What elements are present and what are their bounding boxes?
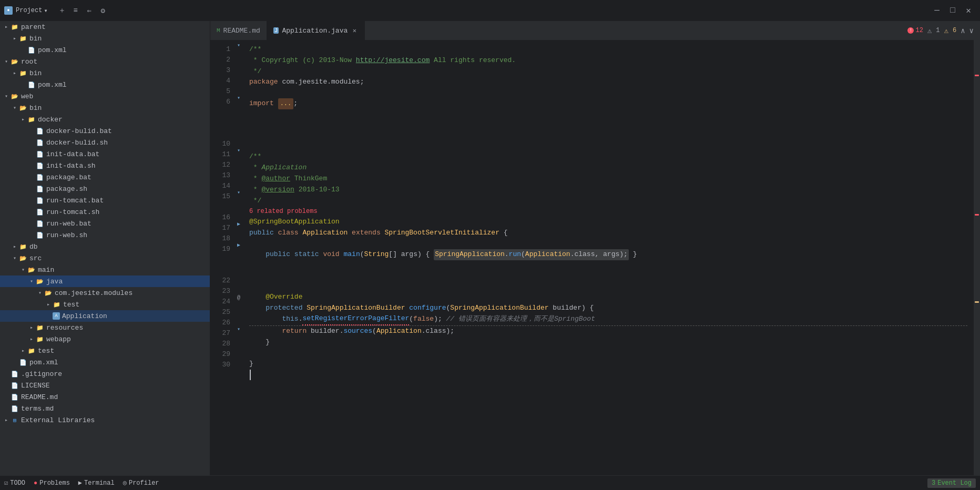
status-terminal[interactable]: ▶ Terminal <box>78 479 115 487</box>
tree-item-package-sh[interactable]: 📄 package.sh <box>0 183 210 195</box>
tree-item-docker[interactable]: ▸ 📁 docker <box>0 114 210 125</box>
code-line-25: this.setRegisterErrorPageFilter(false); … <box>249 313 967 326</box>
tree-item-test[interactable]: ▸ 📁 test <box>0 299 210 310</box>
label-test-src: test <box>38 347 54 355</box>
tree-item-external-libs[interactable]: ▸ ⊞ External Libraries <box>0 414 210 426</box>
close-btn[interactable]: ✕ <box>961 3 976 18</box>
label-webapp: webapp <box>46 335 71 343</box>
maximize-btn[interactable]: □ <box>945 3 960 18</box>
scroll-down[interactable]: ∨ <box>969 26 974 35</box>
tree-item-application[interactable]: A Application <box>0 310 210 322</box>
right-scrollbar[interactable] <box>974 40 980 475</box>
tab-application[interactable]: J Application.java ✕ <box>267 21 365 40</box>
fold-15[interactable]: ▾ <box>234 187 243 198</box>
tree-item-java[interactable]: ▾ 📂 java <box>0 275 210 287</box>
fold-1[interactable]: ▾ <box>234 40 243 50</box>
tab-readme[interactable]: M README.md <box>210 21 267 40</box>
warn-mark-1 <box>975 301 979 303</box>
code-line-2: * Copyright (c) 2013-Now http://jeesite.… <box>249 55 967 66</box>
add-btn[interactable]: ＋ <box>56 5 68 16</box>
fold-17[interactable]: ▶ <box>234 219 243 229</box>
tree-item-package-bat[interactable]: 📄 package.bat <box>0 171 210 183</box>
label-web-bin: bin <box>29 104 42 112</box>
tree-item-init-data-sh[interactable]: 📄 init-data.sh <box>0 160 210 171</box>
main-layout: ▸ 📁 parent ▸ 📁 bin 📄 pom.xml ▾ 📂 root <box>0 21 980 475</box>
tab-close-application[interactable]: ✕ <box>351 27 358 34</box>
fold-19[interactable]: ▶ <box>234 240 243 250</box>
tree-item-run-tomcat-bat[interactable]: 📄 run-tomcat.bat <box>0 195 210 206</box>
error-count-badge: ! 12 <box>907 27 923 34</box>
label-terms: terms.md <box>21 405 54 413</box>
line-numbers: 1 2 3 4 5 6 10 11 12 13 14 15 16 <box>210 40 234 475</box>
list-btn[interactable]: ≡ <box>70 5 81 16</box>
err-mark-1 <box>975 75 979 76</box>
tree-item-license[interactable]: 📄 LICENSE <box>0 380 210 391</box>
fold-11[interactable]: ▾ <box>234 145 243 156</box>
tree-item-gitignore[interactable]: 📄 .gitignore <box>0 368 210 380</box>
project-dropdown[interactable]: Project ▾ <box>16 7 48 15</box>
code-line-23: @Override <box>249 292 967 303</box>
code-line-3: */ <box>249 66 967 77</box>
window-controls: — □ ✕ <box>930 3 976 18</box>
code-line-10 <box>249 141 967 151</box>
code-line-21 <box>249 271 967 281</box>
arrow-java: ▾ <box>27 278 36 284</box>
bat-icon-init-data: 📄 <box>36 150 44 158</box>
fold-27[interactable]: ▾ <box>234 324 243 334</box>
tree-item-web-src-main[interactable]: ▾ 📂 main <box>0 264 210 275</box>
folder-icon-com-jeesite: 📂 <box>44 289 53 297</box>
bat-icon-package: 📄 <box>36 173 44 181</box>
tree-item-terms[interactable]: 📄 terms.md <box>0 403 210 414</box>
tree-item-parent-pom[interactable]: 📄 pom.xml <box>0 44 210 56</box>
tree-item-web-pom[interactable]: 📄 pom.xml <box>0 356 210 368</box>
label-resources: resources <box>46 324 83 332</box>
status-problems[interactable]: ● Problems <box>34 479 70 487</box>
tree-item-run-web-bat[interactable]: 📄 run-web.bat <box>0 218 210 229</box>
event-log-count: 3 <box>932 479 935 487</box>
status-bar: ☑ ☑ TODO TODO ● Problems ▶ Terminal ◎ Pr… <box>0 475 980 490</box>
label-root: root <box>21 58 37 66</box>
code-line-22 <box>249 281 967 292</box>
code-content-area[interactable]: /** * Copyright (c) 2013-Now http://jees… <box>243 40 974 475</box>
icon-license: 📄 <box>11 381 19 390</box>
todo-checkbox-icon: ☑ <box>4 479 8 487</box>
tree-item-run-web-sh[interactable]: 📄 run-web.sh <box>0 229 210 241</box>
tree-item-parent-bin[interactable]: ▸ 📁 bin <box>0 33 210 44</box>
code-line-5 <box>249 88 967 98</box>
collapse-btn[interactable]: ⇐ <box>84 5 95 16</box>
folder-icon-java: 📂 <box>36 277 44 285</box>
code-line-18 <box>249 239 967 249</box>
tree-item-parent[interactable]: ▸ 📁 parent <box>0 21 210 33</box>
tree-item-docker-bulid-sh[interactable]: 📄 docker-bulid.sh <box>0 137 210 148</box>
tree-item-web-src[interactable]: ▾ 📂 src <box>0 252 210 264</box>
status-todo[interactable]: ☑ ☑ TODO TODO <box>4 479 25 487</box>
folder-icon-web-bin: 📂 <box>19 104 27 112</box>
tree-item-run-tomcat-sh[interactable]: 📄 run-tomcat.sh <box>0 206 210 218</box>
fold-6[interactable]: ▾ <box>234 93 243 103</box>
tree-item-readme[interactable]: 📄 README.md <box>0 391 210 403</box>
label-init-data-bat: init-data.bat <box>46 150 99 158</box>
tree-item-web-bin[interactable]: ▾ 📂 bin <box>0 102 210 114</box>
sh-icon-package: 📄 <box>36 185 44 193</box>
project-icon: ● <box>4 6 13 15</box>
label-root-bin: bin <box>29 69 42 77</box>
label-init-data-sh: init-data.sh <box>46 162 96 170</box>
minimize-btn[interactable]: — <box>930 3 944 18</box>
tree-item-root-pom[interactable]: 📄 pom.xml <box>0 79 210 90</box>
status-profiler[interactable]: ◎ Profiler <box>123 479 159 487</box>
tree-item-root[interactable]: ▾ 📂 root <box>0 56 210 67</box>
tree-item-webapp[interactable]: ▸ 📁 webapp <box>0 333 210 345</box>
tree-item-init-data-bat[interactable]: 📄 init-data.bat <box>0 148 210 160</box>
scroll-up[interactable]: ∧ <box>961 26 965 35</box>
code-editor[interactable]: 1 2 3 4 5 6 10 11 12 13 14 15 16 <box>210 40 980 475</box>
problems-indicator: 6 related problems <box>249 207 318 217</box>
tree-item-test-src[interactable]: ▸ 📁 test <box>0 345 210 356</box>
status-event-log[interactable]: 3 Event Log <box>927 478 976 488</box>
tree-item-web-db[interactable]: ▸ 📁 db <box>0 241 210 252</box>
tree-item-com-jeesite[interactable]: ▾ 📂 com.jeesite.modules <box>0 287 210 299</box>
tree-item-docker-bulid-bat[interactable]: 📄 docker-bulid.bat <box>0 125 210 137</box>
tree-item-web[interactable]: ▾ 📂 web <box>0 90 210 102</box>
tree-item-resources[interactable]: ▸ 📁 resources <box>0 322 210 333</box>
settings-btn[interactable]: ⚙ <box>97 5 109 16</box>
tree-item-root-bin[interactable]: ▸ 📁 bin <box>0 67 210 79</box>
